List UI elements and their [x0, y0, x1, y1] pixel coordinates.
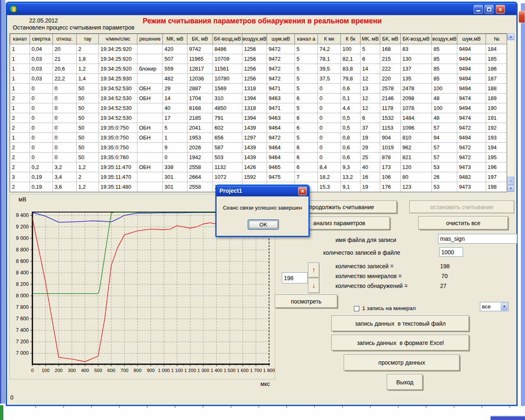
table-cell[interactable]: 2558 — [187, 162, 213, 172]
table-cell[interactable]: 85 — [432, 74, 457, 84]
table-cell[interactable]: 338 — [163, 162, 187, 172]
table-cell[interactable]: 1532 — [380, 113, 401, 123]
table-cell[interactable]: 2185 — [187, 113, 213, 123]
table-cell[interactable]: 11965 — [187, 54, 213, 64]
table-cell[interactable]: 0 — [30, 143, 53, 153]
table-cell[interactable]: 9,3 — [341, 162, 361, 172]
one-record-per-mineral-checkbox[interactable] — [354, 306, 359, 311]
table-cell[interactable]: 0,6 — [341, 84, 361, 94]
table-cell[interactable]: 2098 — [401, 94, 432, 103]
table-cell[interactable]: 301 — [163, 182, 187, 192]
table-cell[interactable]: 19:35:0:750 — [99, 123, 137, 133]
table-cell[interactable]: 3,2 — [53, 162, 77, 172]
table-cell[interactable]: 1 — [10, 103, 30, 113]
background-close-icon[interactable] — [518, 11, 525, 23]
table-cell[interactable]: 420 — [163, 44, 187, 54]
table-cell[interactable]: 185 — [486, 54, 507, 64]
table-cell[interactable]: 50 — [77, 103, 99, 113]
table-cell[interactable]: 0 — [30, 153, 53, 162]
table-cell[interactable]: 791 — [213, 113, 242, 123]
table-cell[interactable]: 1153 — [380, 123, 401, 133]
table-cell[interactable]: ОБН — [137, 162, 163, 172]
table-cell[interactable]: 1484 — [401, 113, 432, 123]
table-cell[interactable]: 9472 — [267, 64, 295, 74]
table-cell[interactable]: 2 — [10, 182, 30, 192]
table-cell[interactable]: 85 — [432, 44, 457, 54]
table-cell[interactable]: 6 — [361, 54, 380, 64]
table-cell[interactable]: 1078 — [401, 103, 432, 113]
table-cell[interactable]: 9494 — [457, 84, 486, 94]
table-cell[interactable]: 962 — [401, 143, 432, 153]
table-cell[interactable]: 37,5 — [318, 74, 341, 84]
table-cell[interactable]: 482 — [163, 74, 187, 84]
table-cell[interactable]: 1178 — [380, 103, 401, 113]
table-cell[interactable]: 9494 — [457, 103, 486, 113]
table-cell[interactable]: 1 — [10, 84, 30, 94]
table-cell[interactable]: 191 — [486, 113, 507, 123]
table-cell[interactable]: 1318 — [242, 103, 267, 113]
table-cell[interactable]: 26 — [432, 172, 457, 182]
table-cell[interactable]: 19:34:52:530 — [99, 113, 137, 123]
table-cell[interactable]: 0,1 — [341, 94, 361, 103]
table-cell[interactable]: 12 — [361, 94, 380, 103]
table-cell[interactable]: 194 — [486, 143, 507, 153]
table-cell[interactable]: 19:34:25:920 — [99, 64, 137, 74]
table-cell[interactable]: 57 — [432, 153, 457, 162]
table-cell[interactable]: 85 — [432, 64, 457, 74]
table-cell[interactable]: 7 — [295, 172, 318, 182]
table-cell[interactable]: 14 — [361, 64, 380, 74]
table-cell[interactable]: 50 — [77, 94, 99, 103]
table-cell[interactable]: 1,4 — [77, 74, 99, 84]
minimize-button[interactable] — [474, 5, 483, 14]
table-cell[interactable]: 9472 — [267, 74, 295, 84]
table-cell[interactable]: 301 — [163, 172, 187, 182]
table-cell[interactable]: 0 — [53, 84, 77, 94]
table-cell[interactable]: 1,2 — [77, 64, 99, 74]
table-cell[interactable]: 6 — [295, 162, 318, 172]
table-cell[interactable]: 48 — [432, 113, 457, 123]
table-cell[interactable]: 1,2 — [77, 182, 99, 192]
table-cell[interactable]: 0,03 — [30, 64, 53, 74]
table-cell[interactable]: 5 — [163, 123, 187, 133]
table-cell[interactable]: 9464 — [267, 123, 295, 133]
table-cell[interactable]: 1256 — [242, 74, 267, 84]
table-cell[interactable]: 82,1 — [341, 54, 361, 64]
table-cell[interactable]: 9482 — [457, 172, 486, 182]
table-cell[interactable]: 9463 — [267, 113, 295, 123]
save-to-excel-button[interactable]: запись данных в формате Excel — [331, 335, 469, 351]
table-cell[interactable]: 0,2 — [30, 162, 53, 172]
table-cell[interactable]: 94 — [432, 133, 457, 143]
table-cell[interactable]: 9494 — [457, 133, 486, 143]
table-cell[interactable]: 19:34:52:530 — [99, 103, 137, 113]
table-cell[interactable]: 1019 — [380, 143, 401, 153]
table-cell[interactable]: 3,4 — [53, 172, 77, 182]
table-cell[interactable]: 215 — [380, 54, 401, 64]
table-cell[interactable]: 5 — [295, 84, 318, 94]
table-cell[interactable]: 9474 — [457, 113, 486, 123]
table-cell[interactable] — [137, 44, 163, 54]
table-cell[interactable]: 12036 — [187, 74, 213, 84]
table-cell[interactable]: 4850 — [213, 103, 242, 113]
table-cell[interactable]: 19:35:11:470 — [99, 162, 137, 172]
table-cell[interactable]: 1592 — [242, 172, 267, 182]
save-to-text-file-button[interactable]: запись данных в текстовый файл — [331, 315, 469, 331]
table-cell[interactable]: 48 — [432, 94, 457, 103]
table-cell[interactable]: 5 — [295, 74, 318, 84]
table-cell[interactable]: 9494 — [457, 44, 486, 54]
table-cell[interactable]: 137 — [401, 64, 432, 74]
table-cell[interactable]: 120 — [401, 162, 432, 172]
table-cell[interactable]: 83,8 — [341, 64, 361, 74]
table-cell[interactable]: 173 — [380, 162, 401, 172]
dialog-title-bar[interactable]: Project1 × — [217, 186, 308, 196]
table-cell[interactable]: 57 — [432, 143, 457, 153]
table-cell[interactable]: 15,3 — [318, 182, 341, 192]
table-cell[interactable]: 78,1 — [318, 54, 341, 64]
table-cell[interactable]: 1297 — [242, 133, 267, 143]
table-cell[interactable]: 656 — [213, 133, 242, 143]
table-cell[interactable]: 106 — [380, 172, 401, 182]
table-cell[interactable]: 9472 — [267, 54, 295, 64]
table-cell[interactable]: 40 — [361, 162, 380, 172]
table-cell[interactable]: ОБН — [137, 133, 163, 143]
table-cell[interactable] — [137, 182, 163, 192]
table-cell[interactable]: 22,2 — [53, 74, 77, 84]
